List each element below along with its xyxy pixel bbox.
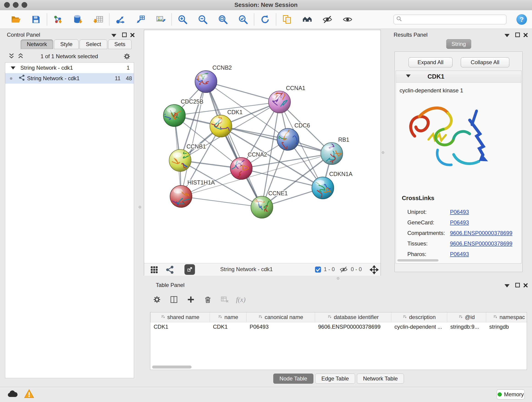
show-structure-images-icon[interactable]: [342, 14, 353, 25]
table-settings-gear-icon[interactable]: [151, 294, 163, 305]
tab-sets[interactable]: Sets: [108, 39, 132, 49]
network-edge[interactable]: [181, 196, 262, 207]
network-node[interactable]: [170, 185, 192, 207]
table-cell[interactable]: stringdb:9...: [447, 322, 486, 332]
tab-string[interactable]: String: [446, 39, 471, 49]
tab-network[interactable]: Network: [21, 39, 53, 49]
expand-all-button[interactable]: Expand All: [409, 57, 452, 67]
tab-edge-table[interactable]: Edge Table: [315, 374, 355, 384]
control-panel-menu-icon[interactable]: [111, 34, 116, 37]
network-node[interactable]: [251, 196, 273, 218]
network-node[interactable]: [169, 149, 191, 172]
control-panel-float-icon[interactable]: [122, 32, 127, 37]
create-column-plus-icon[interactable]: [185, 294, 196, 305]
collection-expand-icon[interactable]: [11, 66, 15, 70]
duplicate-document-icon[interactable]: [281, 14, 293, 25]
column-header-name[interactable]: name: [210, 313, 247, 322]
maximize-window-button[interactable]: [22, 2, 27, 8]
table-hscrollbar[interactable]: [152, 366, 191, 369]
birds-eye-view-icon[interactable]: [150, 265, 159, 276]
left-splitter-handle[interactable]: [139, 206, 141, 208]
open-session-icon[interactable]: [10, 14, 22, 25]
network-canvas[interactable]: CCNB2CCNA1CDC25BCDK1CDC6RB1CCNB1CCNA2CDK…: [144, 30, 380, 263]
zoom-selected-icon[interactable]: [237, 14, 249, 25]
network-edge[interactable]: [206, 82, 262, 207]
glass-ball-effect-icon[interactable]: [322, 14, 333, 25]
zoom-fit-icon[interactable]: [217, 14, 229, 25]
tab-node-table[interactable]: Node Table: [273, 374, 313, 384]
crosslink-link[interactable]: 9606.ENSP00000378699: [450, 230, 512, 236]
column-header-canonical-name[interactable]: canonical name: [247, 313, 315, 322]
import-network-file-icon[interactable]: [52, 14, 64, 25]
minimize-window-button[interactable]: [13, 2, 19, 8]
gear-icon[interactable]: [123, 52, 131, 62]
table-cell[interactable]: 9606.ENSP00000378699: [315, 322, 391, 332]
crosslink-link[interactable]: P06493: [450, 251, 469, 257]
node-table: shared namenamecanonical namedatabase id…: [150, 313, 527, 332]
control-panel-close-icon[interactable]: [130, 32, 135, 38]
tab-network-table[interactable]: Network Table: [357, 374, 404, 384]
string-home-icon[interactable]: [302, 14, 313, 25]
column-header-description[interactable]: description: [391, 313, 447, 322]
table-cell[interactable]: P06493: [247, 322, 315, 332]
network-collection-row[interactable]: String Network - cdk1 1: [5, 63, 134, 73]
column-header-shared-name[interactable]: shared name: [151, 313, 210, 322]
column-header-database-identifier[interactable]: database identifier: [315, 313, 391, 322]
network-node[interactable]: [268, 91, 291, 113]
tab-style[interactable]: Style: [54, 39, 79, 49]
zoom-in-icon[interactable]: [177, 14, 188, 25]
network-edge[interactable]: [181, 153, 332, 196]
close-window-button[interactable]: [4, 2, 10, 8]
crosslink-link[interactable]: P06493: [450, 209, 469, 215]
table-cell[interactable]: CDK1: [151, 322, 210, 332]
delete-column-trash-icon[interactable]: [202, 294, 214, 305]
bottom-splitter-handle[interactable]: [337, 277, 339, 280]
selected-nodes-checkbox-icon[interactable]: [315, 266, 322, 274]
save-session-icon[interactable]: [30, 14, 42, 25]
crosslink-link[interactable]: 9606.ENSP00000378699: [450, 240, 512, 247]
export-image-icon[interactable]: [155, 14, 166, 25]
table-cell[interactable]: CDK1: [210, 322, 247, 332]
open-in-new-window-icon[interactable]: [184, 264, 195, 275]
first-neighbors-icon[interactable]: [114, 14, 126, 25]
table-panel-menu-icon[interactable]: [505, 284, 510, 287]
help-icon[interactable]: ?: [516, 14, 527, 25]
table-row[interactable]: CDK1CDK1P064939606.ENSP00000378699cyclin…: [151, 322, 527, 332]
results-panel-close-icon[interactable]: [523, 32, 528, 38]
network-row[interactable]: String Network - cdk1 11 48: [5, 73, 134, 84]
search-input[interactable]: [404, 16, 504, 23]
right-splitter-handle[interactable]: [382, 151, 384, 154]
cloud-icon[interactable]: [7, 389, 18, 400]
table-cell[interactable]: cyclin-dependent ...: [391, 322, 447, 332]
network-edge[interactable]: [206, 82, 279, 102]
crosslink-link[interactable]: P06493: [450, 219, 469, 226]
hidden-items-eye-slash-icon[interactable]: [339, 265, 348, 275]
results-panel-menu-icon[interactable]: [505, 34, 510, 37]
column-header-namespac[interactable]: namespac: [486, 313, 527, 322]
network-node[interactable]: [312, 177, 334, 199]
network-edge[interactable]: [221, 126, 332, 153]
show-columns-icon[interactable]: [168, 294, 180, 305]
fit-content-crosshair-icon[interactable]: [370, 265, 379, 276]
table-panel-close-icon[interactable]: [523, 283, 528, 288]
table-cell[interactable]: stringdb: [486, 322, 527, 332]
zoom-out-icon[interactable]: [197, 14, 209, 25]
apply-layout-icon[interactable]: [259, 14, 271, 25]
table-panel-float-icon[interactable]: [515, 283, 520, 287]
network-node[interactable]: [210, 115, 232, 137]
entry-header[interactable]: CDK1: [396, 71, 521, 83]
column-header--id[interactable]: @id: [447, 313, 486, 322]
collapse-all-button[interactable]: Collapse All: [461, 57, 509, 67]
network-share-toolbar-icon[interactable]: [165, 265, 174, 276]
entry-collapse-icon[interactable]: [406, 75, 411, 77]
expand-network-icon[interactable]: [135, 14, 146, 25]
tab-select[interactable]: Select: [80, 39, 107, 49]
results-panel-float-icon[interactable]: [515, 32, 520, 37]
entry-scrollbar[interactable]: [397, 259, 438, 262]
column-label: shared name: [167, 314, 199, 320]
memory-button[interactable]: Memory: [497, 389, 525, 400]
node-label: CCNE1: [268, 190, 288, 196]
import-network-database-icon[interactable]: [72, 14, 84, 25]
warning-icon[interactable]: [24, 389, 34, 400]
import-table-file-icon[interactable]: [93, 14, 104, 25]
